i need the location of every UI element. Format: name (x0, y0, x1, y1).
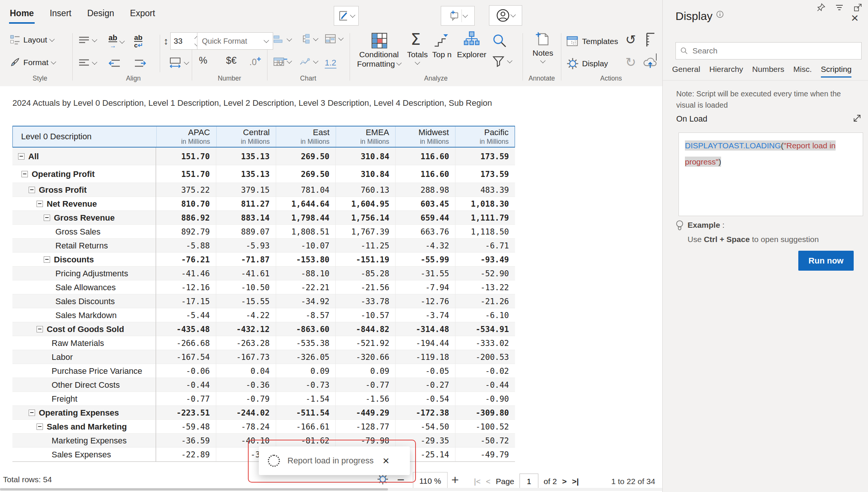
value-cell[interactable]: -0.02 (455, 364, 515, 378)
value-cell[interactable]: -0.44 (156, 378, 216, 392)
value-cell[interactable]: 1,644.64 (276, 197, 336, 211)
column-header-emea[interactable]: EMEAin Millions (336, 126, 396, 147)
conditional-formatting-button[interactable] (371, 32, 388, 49)
top-n-button[interactable]: Top n (430, 50, 454, 59)
collapse-icon[interactable] (37, 326, 43, 332)
value-cell[interactable]: -0.06 (156, 364, 216, 378)
percent-format-button[interactable]: % (199, 55, 207, 66)
ruler-button[interactable] (645, 32, 656, 47)
value-cell[interactable]: -22.89 (156, 448, 216, 462)
column-header-central[interactable]: Centralin Millions (216, 126, 276, 147)
value-cell[interactable]: 1,798.44 (276, 211, 336, 225)
value-cell[interactable]: 889.07 (216, 225, 276, 239)
value-cell[interactable]: 135.13 (216, 165, 276, 183)
row-label-cell[interactable]: Gross Revenue (12, 211, 156, 225)
totals-button[interactable]: Totals (405, 50, 429, 64)
last-page-button[interactable]: >| (572, 477, 579, 486)
add-comment-button[interactable] (441, 6, 475, 26)
value-cell[interactable]: -4.32 (395, 239, 455, 253)
collapse-icon[interactable] (44, 256, 50, 263)
display-button[interactable]: Display (566, 57, 608, 70)
value-cell[interactable]: -88.10 (276, 267, 336, 280)
value-cell[interactable]: -1.56 (335, 392, 395, 406)
value-cell[interactable]: -244.02 (216, 406, 276, 420)
row-label-cell[interactable]: Operating Expenses (12, 406, 156, 420)
value-cell[interactable]: 883.14 (216, 211, 276, 225)
notes-button[interactable]: Notes (530, 48, 556, 62)
value-cell[interactable]: -1.54 (276, 392, 336, 406)
value-cell[interactable]: -6.71 (455, 239, 515, 253)
value-cell[interactable]: 1,808.51 (276, 225, 336, 239)
row-label-cell[interactable]: Raw Materials (12, 336, 156, 350)
value-cell[interactable]: -0.73 (276, 378, 336, 392)
value-cell[interactable]: 269.50 (276, 148, 336, 165)
value-cell[interactable]: 781.04 (276, 183, 336, 197)
explorer-button[interactable]: Explorer (457, 50, 487, 59)
value-cell[interactable]: 1,018.30 (455, 197, 515, 211)
outdent-button[interactable] (108, 59, 121, 68)
row-label-cell[interactable]: Freight (12, 392, 156, 406)
value-cell[interactable]: -93.49 (455, 253, 515, 267)
row-label-cell[interactable]: Sales Expenses (12, 448, 156, 462)
value-cell[interactable]: -0.44 (455, 378, 515, 392)
totals-icon[interactable]: Σ (411, 30, 421, 49)
value-cell[interactable]: -50.72 (455, 434, 515, 448)
value-cell[interactable]: 811.27 (216, 197, 276, 211)
value-cell[interactable]: -10.50 (216, 280, 276, 294)
search-input[interactable] (692, 46, 857, 56)
value-cell[interactable]: -49.79 (455, 448, 515, 462)
increase-decimals-button[interactable]: .0+ (249, 55, 261, 67)
value-cell[interactable]: -534.91 (455, 322, 515, 336)
value-cell[interactable]: -0.90 (455, 392, 515, 406)
value-cell[interactable]: -535.38 (276, 336, 336, 350)
value-cell[interactable]: 173.59 (455, 165, 515, 183)
row-label-cell[interactable]: Marketing Expenses (12, 434, 156, 448)
filter-button[interactable] (492, 55, 512, 68)
row-label-cell[interactable]: Purchase Price Variance (12, 364, 156, 378)
value-cell[interactable]: -326.05 (276, 350, 336, 364)
value-cell[interactable]: -71.87 (216, 253, 276, 267)
bar-chart-button[interactable] (273, 35, 291, 44)
search-visual-icon[interactable] (492, 33, 507, 48)
value-cell[interactable]: -863.60 (276, 322, 336, 336)
undo-button[interactable]: ↺ (625, 33, 636, 46)
account-button[interactable] (489, 5, 522, 26)
page-number-input[interactable] (520, 474, 538, 489)
redo-button[interactable]: ↻ (625, 56, 636, 69)
value-cell[interactable]: 886.92 (156, 211, 216, 225)
value-cell[interactable]: 379.15 (216, 183, 276, 197)
value-cell[interactable]: 1,767.39 (335, 225, 395, 239)
value-cell[interactable]: -0.27 (395, 378, 455, 392)
value-cell[interactable]: -15.55 (216, 294, 276, 308)
column-header-midwest[interactable]: Midwestin Millions (395, 126, 455, 147)
value-cell[interactable]: -36.59 (156, 434, 216, 448)
explorer-icon[interactable] (463, 31, 480, 47)
value-cell[interactable]: -100.52 (455, 420, 515, 434)
value-cell[interactable]: -21.56 (335, 280, 395, 294)
value-cell[interactable]: -320.66 (335, 350, 395, 364)
value-cell[interactable]: -5.88 (156, 239, 216, 253)
value-cell[interactable]: 310.84 (335, 165, 395, 183)
row-label-cell[interactable]: Sale Allowances (12, 280, 156, 294)
value-cell[interactable]: 116.60 (395, 148, 455, 165)
ribbon-tab-home[interactable]: Home (10, 8, 34, 21)
value-cell[interactable]: 310.84 (335, 148, 395, 165)
layout-chart-button[interactable] (325, 34, 343, 44)
value-cell[interactable]: -435.48 (156, 322, 216, 336)
value-cell[interactable]: -22.21 (276, 280, 336, 294)
value-cell[interactable]: -151.19 (335, 253, 395, 267)
value-cell[interactable]: -314.48 (395, 322, 455, 336)
layout-button[interactable]: Layout (10, 35, 54, 45)
value-cell[interactable]: 151.70 (156, 148, 216, 165)
top-n-icon[interactable] (433, 33, 450, 48)
horizontal-align-button[interactable] (78, 59, 96, 67)
value-cell[interactable]: 663.76 (395, 225, 455, 239)
value-cell[interactable]: -5.93 (216, 239, 276, 253)
value-cell[interactable]: -41.61 (216, 267, 276, 280)
zoom-level-field[interactable]: 110 % (413, 472, 448, 490)
value-cell[interactable]: 0.09 (335, 364, 395, 378)
table-visual-button[interactable] (273, 57, 291, 66)
value-cell[interactable]: -21.26 (455, 294, 515, 308)
value-cell[interactable]: -128.77 (335, 420, 395, 434)
value-cell[interactable]: -266.68 (156, 336, 216, 350)
